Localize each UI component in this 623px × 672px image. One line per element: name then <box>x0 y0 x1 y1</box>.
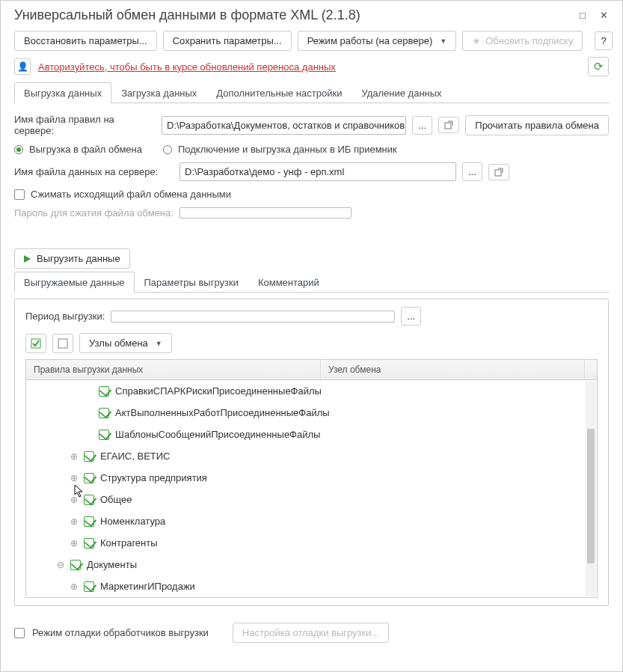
row-label: Структура предприятия <box>100 472 207 483</box>
work-mode-button[interactable]: Режим работы (на сервере) ▼ <box>298 31 456 51</box>
external-icon <box>494 168 503 177</box>
auth-link[interactable]: Авторизуйтесь, чтобы быть в курсе обновл… <box>38 61 336 73</box>
tab-export-params[interactable]: Параметры выгрузки <box>135 272 248 293</box>
chevron-down-icon: ▼ <box>156 340 162 347</box>
period-input[interactable] <box>111 311 395 323</box>
table-row[interactable]: Номенклатура <box>26 510 597 532</box>
expand-icon[interactable] <box>70 495 78 504</box>
password-input[interactable] <box>179 207 352 219</box>
col-node[interactable]: Узел обмена <box>321 360 585 379</box>
expand-icon[interactable] <box>70 517 78 525</box>
row-checkbox[interactable] <box>99 408 109 418</box>
scroll-thumb[interactable] <box>587 429 595 563</box>
table-row[interactable]: МаркетингИПродажи <box>26 575 597 597</box>
tab-settings[interactable]: Дополнительные настройки <box>206 82 352 103</box>
export-button-label: Выгрузить данные <box>37 253 120 264</box>
row-label: МаркетингИПродажи <box>100 581 195 592</box>
svg-rect-1 <box>495 170 501 176</box>
export-button[interactable]: Выгрузить данные <box>14 248 130 269</box>
row-label: Общее <box>100 494 132 505</box>
update-subscription-label: Обновить подписку <box>485 35 573 46</box>
row-checkbox[interactable] <box>70 560 81 570</box>
row-label: ЕГАИС, ВЕТИС <box>100 450 170 462</box>
check-all-button[interactable] <box>25 334 46 353</box>
table-row[interactable]: Документы <box>26 554 597 575</box>
external-icon <box>444 120 453 129</box>
play-icon <box>24 255 31 263</box>
expand-icon[interactable] <box>70 474 78 482</box>
radio-export-file-label: Выгрузка в файл обмена <box>29 144 142 155</box>
row-checkbox[interactable] <box>84 495 94 505</box>
refresh-button[interactable]: ⟳ <box>588 57 609 76</box>
row-checkbox[interactable] <box>84 538 94 549</box>
read-rules-button[interactable]: Прочитать правила обмена <box>465 115 609 135</box>
restore-params-button[interactable]: Восстановить параметры... <box>14 31 157 51</box>
rules-open-button[interactable] <box>438 117 459 133</box>
save-params-button[interactable]: Сохранить параметры... <box>163 31 292 51</box>
svg-rect-3 <box>58 339 67 348</box>
exchange-nodes-label: Узлы обмена <box>89 337 148 349</box>
close-icon[interactable]: ✕ <box>594 7 613 23</box>
row-label: Номенклатура <box>100 516 165 527</box>
star-icon: ★ <box>472 35 481 46</box>
work-mode-label: Режим работы (на сервере) <box>307 35 433 46</box>
expand-icon[interactable] <box>70 452 78 460</box>
exchange-nodes-button[interactable]: Узлы обмена ▼ <box>79 333 172 353</box>
row-label: Контрагенты <box>100 537 158 549</box>
radio-export-file[interactable] <box>14 145 23 154</box>
expand-icon[interactable] <box>70 539 78 547</box>
data-browse-button[interactable]: ... <box>462 162 482 181</box>
debug-mode-checkbox[interactable] <box>14 628 25 638</box>
chevron-down-icon: ▼ <box>440 37 446 45</box>
rules-file-input[interactable]: D:\Разработка\Документов, остатков и спр… <box>162 116 406 135</box>
table-row[interactable]: Структура предприятия <box>26 467 597 489</box>
avatar-icon: 👤 <box>14 58 31 75</box>
tab-export[interactable]: Выгрузка данных <box>14 82 111 103</box>
update-subscription-button[interactable]: ★ Обновить подписку <box>462 31 583 51</box>
period-browse-button[interactable]: ... <box>401 307 421 326</box>
debug-setup-button[interactable]: Настройка отладки выгрузки... <box>233 623 390 643</box>
row-label: СправкиСПАРКРискиПрисоединенныеФайлы <box>115 385 322 397</box>
data-open-button[interactable] <box>488 164 509 180</box>
col-rules[interactable]: Правила выгрузки данных <box>26 360 321 379</box>
row-label: ШаблоныСообщенийПрисоединенныеФайлы <box>115 429 320 440</box>
period-label: Период выгрузки: <box>25 311 105 322</box>
row-checkbox[interactable] <box>99 386 109 397</box>
window-title: Универсальный обмен данными в формате XM… <box>14 7 571 23</box>
rules-browse-button[interactable]: ... <box>412 116 432 135</box>
row-checkbox[interactable] <box>99 430 109 440</box>
table-row[interactable]: АктВыполненныхРаботПрисоединенныеФайлы <box>26 402 597 424</box>
tab-import[interactable]: Загрузка данных <box>111 82 206 103</box>
expand-icon[interactable] <box>70 582 78 590</box>
grid-scrollbar[interactable] <box>586 381 596 596</box>
table-row[interactable]: ЕГАИС, ВЕТИС <box>26 445 597 467</box>
uncheck-all-icon <box>58 338 68 349</box>
help-button[interactable]: ? <box>595 31 612 50</box>
tab-delete[interactable]: Удаление данных <box>352 82 451 103</box>
rules-grid: Правила выгрузки данных Узел обмена Спра… <box>25 359 598 598</box>
compress-checkbox[interactable] <box>14 189 25 200</box>
table-row[interactable]: ШаблоныСообщенийПрисоединенныеФайлы <box>26 424 597 445</box>
maximize-icon[interactable]: □ <box>573 7 592 23</box>
uncheck-all-button[interactable] <box>52 334 73 353</box>
tab-comment[interactable]: Комментарий <box>248 272 329 293</box>
data-file-input[interactable]: D:\Разработка\демо - унф - ерп.xml <box>179 162 456 181</box>
row-checkbox[interactable] <box>84 581 94 592</box>
data-file-label: Имя файла данных на сервере: <box>14 166 174 177</box>
check-all-icon <box>31 338 41 349</box>
tab-exported-data[interactable]: Выгружаемые данные <box>14 272 135 293</box>
compress-label: Сжимать исходящий файл обмена данными <box>31 189 231 200</box>
row-checkbox[interactable] <box>84 473 94 483</box>
svg-rect-0 <box>445 123 451 129</box>
row-checkbox[interactable] <box>84 451 94 462</box>
rules-file-label: Имя файла правил на сервере: <box>14 114 156 136</box>
table-row[interactable]: Общее <box>26 489 597 510</box>
table-row[interactable]: Контрагенты <box>26 532 597 554</box>
row-checkbox[interactable] <box>84 516 94 527</box>
radio-connect-ib-label: Подключение и выгрузка данных в ИБ прием… <box>178 144 397 155</box>
radio-connect-ib[interactable] <box>163 145 172 154</box>
debug-mode-label: Режим отладки обработчиков выгрузки <box>32 627 209 638</box>
table-row[interactable]: СправкиСПАРКРискиПрисоединенныеФайлы <box>26 380 597 402</box>
collapse-icon[interactable] <box>56 560 64 569</box>
row-label: АктВыполненныхРаботПрисоединенныеФайлы <box>115 407 330 418</box>
